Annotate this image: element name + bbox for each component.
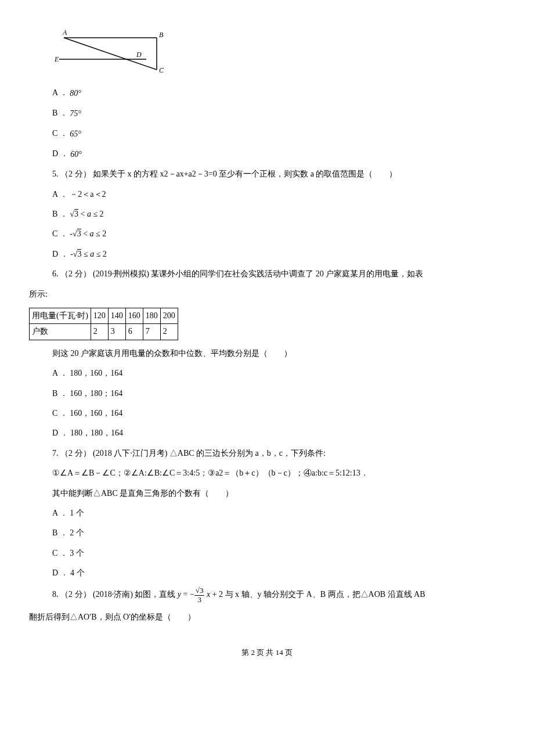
q7-option-d: D ． 4 个	[52, 567, 505, 579]
q5-option-c: C ． -√3 < a ≤ 2	[52, 228, 505, 240]
q6-option-c: C ． 160，160，164	[52, 407, 505, 420]
option-label: A ．	[52, 190, 68, 199]
table-cell: 2	[91, 324, 108, 340]
table-cell: 160	[125, 308, 143, 324]
q8-stem-line2: 翻折后得到△AO′B，则点 O′的坐标是（ ）	[29, 611, 505, 624]
q5-option-b: B ． √3 < a ≤ 2	[52, 208, 505, 221]
q7-stem: 7. （2 分） (2018 八下·江门月考) △ABC 的三边长分别为 a，b…	[52, 447, 505, 460]
table-cell: 6	[125, 324, 143, 340]
option-text: －2＜a＜2	[70, 190, 106, 199]
q6-stem-line2: 所示:	[29, 288, 505, 301]
page-footer: 第 2 页 共 14 页	[29, 647, 505, 659]
table-cell: 2	[160, 324, 178, 340]
q6-stem-line1: 6. （2 分） (2019·荆州模拟) 某课外小组的同学们在社会实践活动中调查…	[52, 268, 505, 280]
svg-text:D: D	[136, 51, 142, 59]
table-cell: 200	[160, 308, 178, 324]
q5-option-a: A ． －2＜a＜2	[52, 188, 505, 201]
q8-pre: 8. （2 分） (2018·济南) 如图，直线	[52, 590, 178, 599]
q8-stem-line1: 8. （2 分） (2018·济南) 如图，直线 y = −√33 x + 2 …	[52, 586, 505, 604]
q4-option-a: A ． 80°	[52, 87, 505, 100]
option-label: B ．	[52, 210, 68, 218]
q6-option-b: B ． 160，180；164	[52, 387, 505, 400]
svg-text:B: B	[159, 31, 164, 39]
option-text: 80°	[70, 89, 81, 98]
svg-text:C: C	[159, 66, 164, 74]
q5-option-d: D ． -√3 ≤ a ≤ 2	[52, 248, 505, 261]
option-label: D ．	[52, 149, 68, 158]
option-text: 60°	[70, 150, 82, 159]
q6-option-d: D ． 180，180，164	[52, 427, 505, 440]
q5-stem: 5. （2 分） 如果关于 x 的方程 x2－ax+a2－3=0 至少有一个正根…	[52, 168, 505, 181]
q4-figure: A B C D E	[52, 29, 505, 80]
q7-conditions: ①∠A＝∠B－∠C；②∠A:∠B:∠C＝3:4:5；③a2＝（b＋c）（b－c）…	[52, 467, 505, 480]
option-label: D ．	[52, 250, 68, 258]
q7-option-c: C ． 3 个	[52, 547, 505, 560]
q6-followup: 则这 20 户家庭该月用电量的众数和中位数、平均数分别是（ ）	[52, 347, 505, 360]
q4-option-b: B ． 75°	[52, 107, 505, 120]
q7-option-a: A ． 1 个	[52, 507, 505, 520]
option-math: -√3 ≤ a ≤ 2	[70, 249, 107, 258]
svg-text:E: E	[54, 55, 59, 63]
option-text: 65°	[70, 129, 81, 138]
q6-option-a: A ． 180，160，164	[52, 367, 505, 380]
option-label: A ．	[52, 88, 68, 97]
table-row: 用电量(千瓦·时) 120 140 160 180 200	[30, 308, 178, 324]
option-label: B ．	[52, 109, 68, 117]
q8-post: 与 x 轴、y 轴分别交于 A、B 两点，把△AOB 沿直线 AB	[225, 590, 425, 599]
q6-table: 用电量(千瓦·时) 120 140 160 180 200 户数 2 3 6 7…	[29, 308, 178, 340]
svg-line-2	[64, 38, 157, 70]
svg-text:A: A	[62, 29, 67, 37]
q7-ask: 其中能判断△ABC 是直角三角形的个数有（ ）	[52, 487, 505, 500]
table-cell: 140	[108, 308, 125, 324]
q4-option-c: C ． 65°	[52, 127, 505, 141]
q7-option-b: B ． 2 个	[52, 527, 505, 539]
table-cell: 180	[143, 308, 160, 324]
option-math: √3 < a ≤ 2	[70, 209, 103, 218]
table-cell: 120	[91, 308, 108, 324]
option-text: 75°	[70, 109, 81, 118]
table-row: 户数 2 3 6 7 2	[30, 324, 178, 340]
table-cell: 7	[143, 324, 160, 340]
q8-equation: y = −√33 x + 2	[178, 590, 223, 599]
table-cell: 3	[108, 324, 125, 340]
option-label: C ．	[52, 129, 68, 138]
q4-option-d: D ． 60°	[52, 147, 505, 161]
table-cell: 户数	[30, 324, 91, 340]
option-math: -√3 < a ≤ 2	[70, 229, 106, 238]
option-label: C ．	[52, 229, 68, 238]
table-cell: 用电量(千瓦·时)	[30, 308, 91, 324]
